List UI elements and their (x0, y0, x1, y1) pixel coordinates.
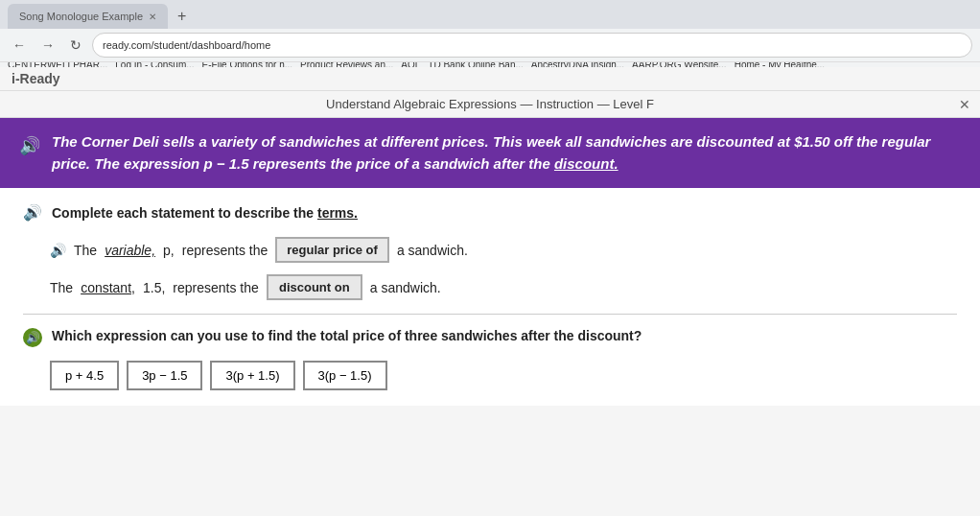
statement1-suffix: a sandwich. (397, 243, 468, 258)
problem-text-container: The Corner Deli sells a variety of sandw… (52, 131, 961, 175)
statement1-prefix: The (74, 243, 97, 258)
tab-close-icon[interactable]: ✕ (149, 12, 156, 22)
iready-logo: i-Ready (12, 71, 60, 86)
tab-bar: Song Monologue Example ✕ + (0, 4, 980, 29)
instruction-line: 🔊 Complete each statement to describe th… (23, 203, 957, 222)
statement2-suffix: a sandwich. (370, 280, 441, 295)
choice-p-plus-45[interactable]: p + 4.5 (50, 361, 119, 390)
forward-button[interactable]: → (36, 35, 59, 55)
statement1-middle: represents the (182, 243, 268, 258)
statement2-val: 1.5, (143, 280, 165, 295)
statement2-row: The constant, 1.5, represents the discou… (23, 274, 957, 300)
answer-choices: p + 4.5 3p − 1.5 3(p + 1.5) 3(p − 1.5) (23, 361, 957, 390)
choice-3p-minus-15[interactable]: 3p − 1.5 (127, 361, 202, 390)
content-area: i-Ready Understand Algebraic Expressions… (0, 67, 980, 516)
problem-box: 🔊 The Corner Deli sells a variety of san… (0, 118, 980, 188)
question2-text-content: Which expression can you use to find the… (52, 328, 642, 343)
divider (23, 314, 957, 315)
question2-speaker-icon[interactable]: 🔊 (23, 328, 42, 347)
statement1-answer: regular price of (275, 237, 389, 263)
problem-speaker-icon[interactable]: 🔊 (19, 133, 40, 175)
statement2-middle: represents the (173, 280, 259, 295)
address-bar[interactable]: ready.com/student/dashboard/home (92, 33, 972, 58)
statement2-prefix: The (50, 280, 73, 295)
statement1-row: 🔊 The variable, p, represents the regula… (23, 237, 957, 263)
constant-link[interactable]: constant, (81, 280, 135, 295)
reload-button[interactable]: ↻ (65, 35, 86, 55)
lesson-title: Understand Algebraic Expressions — Instr… (326, 97, 654, 111)
back-button[interactable]: ← (8, 35, 31, 55)
statement2-answer: discount on (267, 274, 362, 300)
tab-label: Song Monologue Example (19, 11, 143, 22)
browser-chrome: Song Monologue Example ✕ + ← → ↻ ready.c… (0, 0, 980, 67)
problem-text: The Corner Deli sells a variety of sandw… (52, 133, 930, 172)
choice-3-p-plus-15[interactable]: 3(p + 1.5) (210, 361, 294, 390)
discount-link[interactable]: discount. (554, 155, 618, 172)
tab-song-monologue[interactable]: Song Monologue Example ✕ (8, 4, 168, 29)
nav-bar: ← → ↻ ready.com/student/dashboard/home (0, 29, 980, 61)
terms-link[interactable]: terms. (317, 205, 358, 221)
address-text: ready.com/student/dashboard/home (103, 39, 270, 51)
tab-add-button[interactable]: + (172, 8, 192, 25)
lesson-title-bar: Understand Algebraic Expressions — Instr… (0, 91, 980, 118)
statement1-speaker[interactable]: 🔊 (50, 243, 66, 258)
statement1-p: p, (163, 243, 175, 258)
iready-header: i-Ready (0, 67, 980, 91)
white-content: 🔊 Complete each statement to describe th… (0, 188, 980, 406)
variable-link[interactable]: variable, (105, 243, 155, 258)
choice-3-p-minus-15[interactable]: 3(p − 1.5) (303, 361, 387, 390)
close-button[interactable]: ✕ (959, 97, 970, 112)
question2-box: 🔊 Which expression can you use to find t… (23, 328, 957, 347)
question2-text: Which expression can you use to find the… (52, 328, 642, 343)
instruction-text: Complete each statement to describe the … (52, 205, 358, 221)
instruction-speaker-icon[interactable]: 🔊 (23, 203, 42, 222)
